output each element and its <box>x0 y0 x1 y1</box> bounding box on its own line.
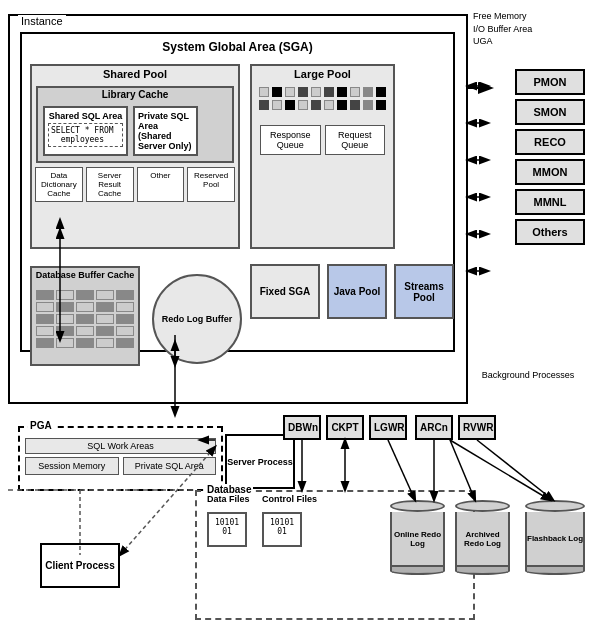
shared-pool-box: Shared Pool Library Cache Shared SQL Are… <box>30 64 240 249</box>
others-box: Others <box>515 219 585 245</box>
data-files-label: Data Files <box>207 494 250 504</box>
private-sql-area-box: Private SQL Area <box>123 457 217 475</box>
shared-sql-box: Shared SQL Area SELECT * FROM employees <box>43 106 128 156</box>
request-queue-box: Request Queue <box>325 125 386 155</box>
svg-line-18 <box>477 440 553 500</box>
instance-box: Instance System Global Area (SGA) Shared… <box>8 14 468 404</box>
shared-sql-label: Shared SQL Area <box>48 111 123 121</box>
streams-pool-box: Streams Pool <box>394 264 454 319</box>
library-cache-label: Library Cache <box>38 88 232 101</box>
shared-pool-label: Shared Pool <box>32 66 238 82</box>
dbc-label: Database Buffer Cache <box>32 268 138 282</box>
large-pool-queues: Response Queue Request Queue <box>252 120 393 160</box>
database-buffer-cache-box: Database Buffer Cache <box>30 266 140 366</box>
server-process-box: Server Process <box>225 434 295 489</box>
reco-box: RECO <box>515 129 585 155</box>
ckpt-box: CKPT <box>326 415 364 440</box>
large-pool-box: Large Pool <box>250 64 395 249</box>
client-process-box: Client Process <box>40 543 120 588</box>
private-sql-box: Private SQL Area (Shared Server Only) <box>133 106 198 156</box>
control-files-label: Control Files <box>262 494 317 504</box>
sp-box-1: Server Result Cache <box>86 167 134 202</box>
mmon-box: MMON <box>515 159 585 185</box>
dbc-grid <box>32 286 138 352</box>
private-sql-label: Private SQL Area (Shared Server Only) <box>138 111 193 151</box>
background-processes: PMON SMON RECO MMON MMNL Others <box>475 14 585 249</box>
pga-bottom-row: Session Memory Private SQL Area <box>25 457 216 475</box>
shared-pool-bottom-row: Data Dictionary Cache Server Result Cach… <box>35 167 235 202</box>
sga-label: System Global Area (SGA) <box>162 40 312 54</box>
flashback-log-label: Flashback Log <box>525 512 585 567</box>
sga-box: System Global Area (SGA) Shared Pool Lib… <box>20 32 455 352</box>
background-processes-label: Background Processes <box>478 370 578 380</box>
fixed-sga-box: Fixed SGA <box>250 264 320 319</box>
sp-box-2: Other <box>137 167 185 202</box>
online-redo-log-cylinder: Online Redo Log <box>390 500 445 575</box>
arcn-box: ARCn <box>415 415 453 440</box>
pga-label: PGA <box>28 420 54 431</box>
dbwn-box: DBWn <box>283 415 321 440</box>
large-pool-label: Large Pool <box>252 66 393 82</box>
flashback-log-cylinder: Flashback Log <box>525 500 585 575</box>
archived-redo-log-cylinder: Archived Redo Log <box>455 500 510 575</box>
rvwr-box: RVWR <box>458 415 496 440</box>
lgwr-box: LGWR <box>369 415 407 440</box>
instance-label: Instance <box>18 15 66 27</box>
pga-box: PGA SQL Work Areas Session Memory Privat… <box>18 426 223 491</box>
control-files-binary: 10101 01 <box>262 512 302 547</box>
sp-box-0: Data Dictionary Cache <box>35 167 83 202</box>
large-pool-dots <box>252 82 393 115</box>
data-files-binary: 10101 01 <box>207 512 247 547</box>
online-redo-log-label: Online Redo Log <box>390 512 445 567</box>
sql-work-areas-box: SQL Work Areas <box>25 438 216 454</box>
archived-redo-log-label: Archived Redo Log <box>455 512 510 567</box>
smon-box: SMON <box>515 99 585 125</box>
sql-text: SELECT * FROM employees <box>48 123 123 147</box>
java-pool-box: Java Pool <box>327 264 387 319</box>
response-queue-box: Response Queue <box>260 125 321 155</box>
library-cache-box: Library Cache Shared SQL Area SELECT * F… <box>36 86 234 163</box>
mmnl-box: MMNL <box>515 189 585 215</box>
pmon-box: PMON <box>515 69 585 95</box>
redo-log-buffer-box: Redo Log Buffer <box>152 274 242 364</box>
session-memory-box: Session Memory <box>25 457 119 475</box>
sp-box-3: Reserved Pool <box>187 167 235 202</box>
